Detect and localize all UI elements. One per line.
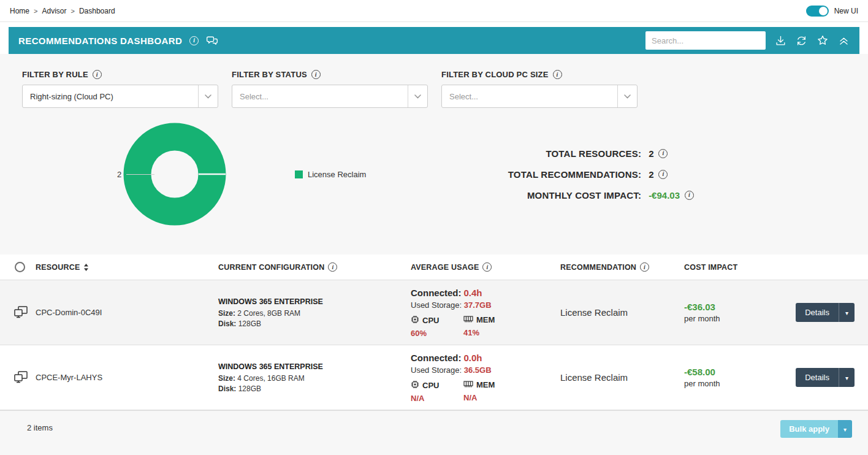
bulk-apply-button[interactable]: Bulk apply [780, 420, 838, 438]
cost-cell: -€58.00 per month [684, 367, 783, 388]
refresh-icon[interactable] [796, 35, 807, 47]
details-button[interactable]: Details [796, 303, 839, 322]
table-footer: 2 items Bulk apply [0, 410, 868, 455]
details-button-group: Details [796, 303, 855, 322]
breadcrumb-separator: > [34, 7, 37, 15]
dashboard-header: RECOMMENDATIONS DASHBOARD [9, 27, 859, 54]
filters-and-chart-section: FILTER BY RULE Right-sizing (Cloud PC) F… [0, 54, 868, 254]
total-resources-value: 2 [649, 148, 694, 159]
collapse-icon[interactable] [838, 35, 850, 47]
details-dropdown-toggle[interactable] [839, 368, 855, 387]
info-icon[interactable] [658, 170, 668, 179]
info-icon[interactable] [328, 262, 337, 272]
recommendation-cell: License Reclaim [560, 372, 684, 383]
download-icon[interactable] [775, 35, 786, 47]
breadcrumb-dashboard[interactable]: Dashboard [79, 7, 115, 15]
filter-rule-value: Right-sizing (Cloud PC) [23, 92, 198, 101]
chevron-down-icon [845, 375, 848, 381]
cost-cell: -€36.03 per month [684, 302, 783, 323]
total-resources-label: TOTAL RESOURCES: [508, 148, 641, 159]
mem-icon [463, 380, 473, 390]
chart-legend: License Reclaim [295, 170, 366, 179]
toggle-knob [819, 7, 828, 15]
filter-cloud-pc-size-value: Select... [442, 92, 617, 101]
top-bar: Home > Advisor > Dashboard New UI [0, 0, 868, 22]
usage-cell: Connected:0.0h Used Storage: 36.5GB CPU … [411, 353, 560, 403]
monthly-cost-impact-label: MONTHLY COST IMPACT: [508, 190, 641, 201]
filter-rule-label: FILTER BY RULE [22, 70, 88, 79]
column-header-configuration: CURRENT CONFIGURATION [218, 262, 411, 272]
filter-status-select[interactable]: Select... [232, 85, 428, 108]
filter-cloud-pc-size: FILTER BY CLOUD PC SIZE Select... [441, 70, 638, 108]
comments-icon[interactable] [206, 34, 218, 47]
legend-label-license-reclaim[interactable]: License Reclaim [308, 170, 366, 179]
chevron-down-icon [617, 85, 637, 107]
info-icon[interactable] [93, 70, 102, 79]
table-row: CPCE-Myr-LAHYS WINDOWS 365 ENTERPRISE Si… [0, 345, 868, 410]
info-icon[interactable] [553, 70, 562, 79]
filter-cloud-pc-size-select[interactable]: Select... [441, 85, 638, 108]
summary-stats: TOTAL RESOURCES: 2 TOTAL RECOMMENDATIONS… [508, 148, 694, 201]
page-title: RECOMMENDATIONS DASHBOARD [18, 36, 182, 46]
mem-value: 41% [463, 328, 516, 337]
filter-rule: FILTER BY RULE Right-sizing (Cloud PC) [22, 70, 218, 108]
cloud-pc-icon [13, 305, 36, 319]
cloud-pc-icon [13, 370, 36, 384]
details-button-group: Details [796, 368, 855, 387]
info-icon[interactable] [482, 262, 492, 272]
chevron-down-icon [843, 427, 847, 433]
table-header-row: RESOURCE CURRENT CONFIGURATION AVERAGE U… [0, 254, 868, 280]
cpu-value: N/A [411, 394, 463, 403]
select-all-radio[interactable] [15, 262, 25, 272]
info-icon[interactable] [311, 70, 321, 79]
monthly-cost-impact-value: -€94.03 [649, 190, 694, 201]
breadcrumb-advisor[interactable]: Advisor [42, 7, 66, 15]
resource-name: CPC-Domin-0C49I [36, 308, 218, 317]
filter-rule-select[interactable]: Right-sizing (Cloud PC) [22, 85, 218, 108]
column-header-cost: COST IMPACT [684, 263, 783, 272]
new-ui-toggle[interactable] [806, 6, 829, 17]
resource-name: CPCE-Myr-LAHYS [36, 373, 218, 382]
filter-status-value: Select... [232, 92, 408, 101]
configuration-cell: WINDOWS 365 ENTERPRISE Size: 2 Cores, 8G… [218, 297, 411, 328]
sort-icon[interactable] [83, 264, 89, 271]
breadcrumb-separator: > [70, 7, 74, 15]
details-dropdown-toggle[interactable] [839, 303, 855, 322]
star-icon[interactable] [817, 34, 829, 47]
bulk-apply-dropdown-toggle[interactable] [838, 420, 852, 438]
column-header-resource[interactable]: RESOURCE [36, 263, 218, 272]
table-row: CPC-Domin-0C49I WINDOWS 365 ENTERPRISE S… [0, 280, 868, 345]
breadcrumb-home[interactable]: Home [10, 7, 29, 15]
breadcrumb: Home > Advisor > Dashboard [10, 7, 115, 15]
cpu-icon [411, 380, 419, 391]
chevron-down-icon [845, 310, 848, 316]
info-icon[interactable] [658, 149, 668, 158]
info-icon[interactable] [640, 262, 649, 272]
recommendation-cell: License Reclaim [560, 307, 684, 318]
info-icon[interactable] [189, 36, 199, 45]
recommendations-table: RESOURCE CURRENT CONFIGURATION AVERAGE U… [0, 254, 868, 410]
chart-and-stats-row: 2 License Reclaim TOTAL RESOURCES: 2 TOT… [22, 123, 846, 226]
donut-value-label: 2 [117, 170, 121, 179]
details-button[interactable]: Details [796, 368, 839, 387]
donut-callout-line [126, 174, 154, 175]
new-ui-label: New UI [834, 7, 858, 15]
mem-value: N/A [463, 393, 516, 402]
chevron-down-icon [408, 85, 427, 107]
usage-cell: Connected:0.4h Used Storage: 37.7GB CPU … [411, 288, 560, 338]
total-recommendations-value: 2 [649, 169, 694, 180]
filter-status: FILTER BY STATUS Select... [232, 70, 428, 108]
cpu-value: 60% [411, 329, 463, 338]
chevron-down-icon [198, 85, 218, 107]
total-recommendations-label: TOTAL RECOMMENDATIONS: [508, 169, 641, 180]
legend-swatch-license-reclaim [295, 170, 303, 178]
bulk-apply-button-group: Bulk apply [780, 420, 852, 438]
info-icon[interactable] [685, 191, 694, 200]
cpu-icon [411, 315, 419, 326]
filters: FILTER BY RULE Right-sizing (Cloud PC) F… [22, 70, 846, 108]
items-count: 2 items [27, 423, 53, 432]
mem-icon [463, 315, 473, 325]
filter-status-label: FILTER BY STATUS [232, 70, 307, 79]
search-input[interactable] [645, 31, 766, 50]
column-header-usage: AVERAGE USAGE [411, 262, 560, 272]
